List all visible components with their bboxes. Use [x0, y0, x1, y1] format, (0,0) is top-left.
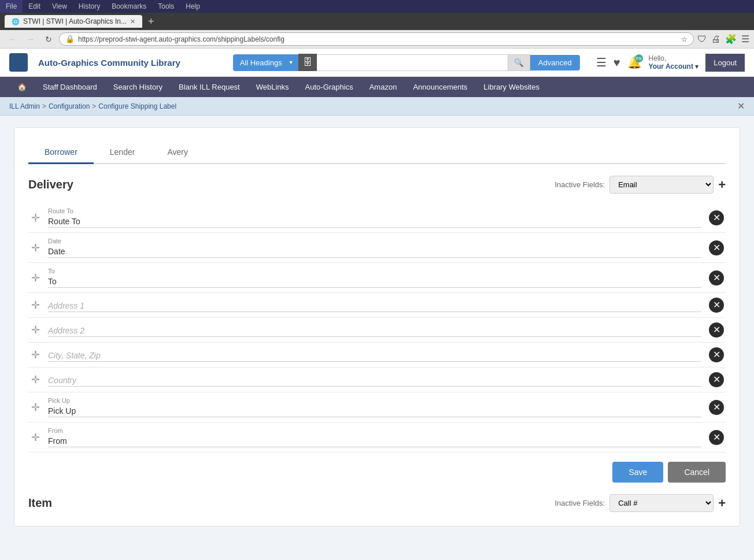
- notification-icon[interactable]: 🔔 F9: [627, 55, 642, 69]
- delivery-title: Delivery: [28, 178, 73, 191]
- breadcrumb: ILL Admin > Configuration > Configure Sh…: [0, 97, 754, 116]
- heading-select[interactable]: All Headings: [233, 54, 298, 71]
- tab-lender[interactable]: Lender: [94, 142, 151, 164]
- drag-handle-from[interactable]: ✛: [28, 431, 42, 444]
- field-content-date: Date Date: [48, 238, 701, 258]
- field-value-to: To: [48, 276, 701, 288]
- address-bar: ← → ↻ 🔒 https://preprod-stwi-agent.auto-…: [0, 30, 754, 49]
- menu-icon[interactable]: ☰: [741, 34, 749, 44]
- app-header: Auto-Graphics Community Library All Head…: [0, 49, 754, 77]
- field-label-date: Date: [48, 238, 701, 244]
- tab-close-button[interactable]: ✕: [130, 18, 135, 25]
- drag-handle-address2[interactable]: ✛: [28, 324, 42, 336]
- field-row-address1: ✛ Address 1 ✕: [28, 293, 726, 318]
- drag-handle-country[interactable]: ✛: [28, 373, 42, 386]
- field-content-city: City, State, Zip: [48, 348, 701, 362]
- tab-title: STWI | STWI | Auto-Graphics In...: [23, 17, 127, 25]
- breadcrumb-sep-2: >: [92, 102, 96, 110]
- remove-address1-circle-icon: ✕: [709, 298, 724, 313]
- field-content-from: From From: [48, 427, 701, 447]
- nav-auto-graphics[interactable]: Auto-Graphics: [297, 77, 361, 97]
- field-row-city-state-zip: ✛ City, State, Zip ✕: [28, 343, 726, 368]
- browser-tab[interactable]: 🌐 STWI | STWI | Auto-Graphics In... ✕: [5, 15, 142, 28]
- field-row-to: ✛ To To ✕: [28, 263, 726, 293]
- drag-handle-city[interactable]: ✛: [28, 348, 42, 361]
- breadcrumb-ill-admin[interactable]: ILL Admin: [9, 102, 40, 110]
- print-icon[interactable]: 🖨: [711, 34, 720, 44]
- nav-search-history[interactable]: Search History: [105, 77, 171, 97]
- remove-to-circle-icon: ✕: [709, 270, 724, 285]
- bookmark-icon[interactable]: ☆: [681, 35, 688, 43]
- drag-handle-date[interactable]: ✛: [28, 242, 42, 254]
- search-button[interactable]: 🔍: [508, 54, 530, 71]
- nav-home[interactable]: 🏠: [9, 77, 35, 97]
- field-value-from: From: [48, 435, 701, 447]
- search-input[interactable]: [317, 54, 508, 71]
- field-content-to: To To: [48, 268, 701, 288]
- remove-city-button[interactable]: ✕: [707, 347, 726, 362]
- new-tab-button[interactable]: +: [145, 16, 158, 28]
- remove-from-button[interactable]: ✕: [707, 430, 726, 445]
- forward-button[interactable]: →: [23, 34, 38, 45]
- database-icon[interactable]: 🗄: [298, 54, 317, 71]
- extension-icon[interactable]: 🧩: [725, 34, 737, 44]
- remove-to-button[interactable]: ✕: [707, 270, 726, 285]
- menu-view[interactable]: View: [46, 0, 73, 13]
- breadcrumb-configuration[interactable]: Configuration: [49, 102, 90, 110]
- field-label-from: From: [48, 427, 701, 434]
- nav-amazon[interactable]: Amazon: [361, 77, 405, 97]
- account-link[interactable]: Your Account: [649, 62, 693, 71]
- app-logo-icon: [9, 53, 28, 72]
- drag-handle-pickup[interactable]: ✛: [28, 401, 42, 414]
- config-card: Borrower Lender Avery Delivery Inactive …: [14, 127, 740, 526]
- save-button[interactable]: Save: [612, 462, 663, 483]
- remove-pickup-button[interactable]: ✕: [707, 400, 726, 415]
- nav-staff-dashboard[interactable]: Staff Dashboard: [35, 77, 105, 97]
- remove-country-button[interactable]: ✕: [707, 372, 726, 387]
- field-label-to: To: [48, 268, 701, 275]
- field-row-address2: ✛ Address 2 ✕: [28, 318, 726, 343]
- search-area: All Headings 🗄 🔍 Advanced: [233, 54, 580, 71]
- field-row-route-to: ✛ Route To Route To ✕: [28, 203, 726, 233]
- item-inactive-select[interactable]: Call # Title Author ISBN: [609, 494, 714, 512]
- menu-edit[interactable]: Edit: [23, 0, 46, 13]
- advanced-button[interactable]: Advanced: [530, 55, 580, 71]
- item-inactive-fields: Inactive Fields: Call # Title Author ISB…: [555, 494, 726, 512]
- nav-library-websites[interactable]: Library Websites: [475, 77, 548, 97]
- remove-date-button[interactable]: ✕: [707, 240, 726, 255]
- field-row-pickup: ✛ Pick Up Pick Up ✕: [28, 392, 726, 422]
- favorites-icon[interactable]: ♥: [613, 56, 620, 69]
- breadcrumb-sep-1: >: [42, 102, 46, 110]
- drag-handle-address1[interactable]: ✛: [28, 299, 42, 311]
- menu-bookmarks[interactable]: Bookmarks: [106, 0, 152, 13]
- remove-address2-button[interactable]: ✕: [707, 322, 726, 338]
- cancel-button[interactable]: Cancel: [668, 462, 726, 483]
- refresh-button[interactable]: ↻: [42, 34, 56, 45]
- drag-handle-to[interactable]: ✛: [28, 272, 42, 284]
- menu-help[interactable]: Help: [180, 0, 206, 13]
- tab-avery[interactable]: Avery: [151, 142, 204, 164]
- remove-route-to-button[interactable]: ✕: [707, 210, 726, 225]
- item-add-field-button[interactable]: +: [718, 496, 726, 511]
- remove-pickup-circle-icon: ✕: [709, 400, 724, 415]
- close-icon[interactable]: ✕: [737, 101, 745, 112]
- item-inactive-label: Inactive Fields:: [555, 499, 605, 507]
- nav-blank-ill-request[interactable]: Blank ILL Request: [171, 77, 248, 97]
- menu-tools[interactable]: Tools: [152, 0, 180, 13]
- field-row-from: ✛ From From ✕: [28, 422, 726, 453]
- logout-button[interactable]: Logout: [705, 54, 745, 72]
- nav-weblinks[interactable]: WebLinks: [248, 77, 297, 97]
- back-button[interactable]: ←: [5, 34, 20, 45]
- field-row-country: ✛ Country ✕: [28, 368, 726, 392]
- tab-bar: 🌐 STWI | STWI | Auto-Graphics In... ✕ +: [0, 13, 754, 30]
- remove-address1-button[interactable]: ✕: [707, 298, 726, 313]
- delivery-add-field-button[interactable]: +: [718, 177, 726, 192]
- delivery-inactive-select[interactable]: Email Barcode Phone Fax: [609, 176, 714, 194]
- tab-borrower[interactable]: Borrower: [28, 142, 94, 164]
- drag-handle-route-to[interactable]: ✛: [28, 212, 42, 224]
- nav-announcements[interactable]: Announcements: [405, 77, 475, 97]
- menu-history[interactable]: History: [73, 0, 106, 13]
- url-text[interactable]: https://preprod-stwi-agent.auto-graphics…: [78, 35, 678, 43]
- list-view-icon[interactable]: ☰: [596, 55, 607, 69]
- menu-file[interactable]: File: [0, 0, 23, 13]
